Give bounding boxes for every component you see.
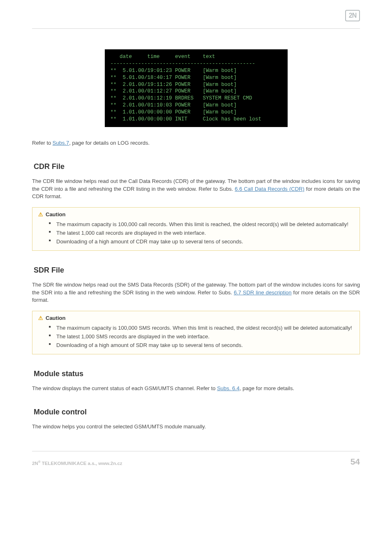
list-item: The maximum capacity is 100,000 SMS reco… (56, 324, 354, 333)
sdr-para-link[interactable]: 6.7 SDR line description (234, 289, 292, 296)
heading-module-status: Module status (34, 368, 360, 379)
footer-page-number: 54 (350, 456, 360, 468)
heading-module-control: Module control (34, 407, 360, 417)
sdr-caution-box: ⚠Caution The maximum capacity is 100,000… (32, 311, 360, 354)
cdr-para-link[interactable]: 6.6 Call Data Records (CDR) (235, 186, 304, 192)
module-status-pre: The window displays the current status o… (32, 385, 217, 391)
sdr-caution-list: The maximum capacity is 100,000 SMS reco… (38, 324, 354, 350)
cdr-paragraph: The CDR file window helps read out the C… (32, 178, 360, 201)
log-terminal-output: date time event text -------------------… (105, 49, 288, 127)
cdr-caution-title-row: ⚠Caution (38, 211, 354, 219)
footer-company: 2N® TELEKOMUNIKACE a.s., www.2n.cz (32, 460, 122, 467)
list-item: The latest 1,000 SMS records are display… (56, 333, 354, 341)
brand-logo-text: 2N (349, 11, 356, 20)
module-control-paragraph: The window helps you control the selecte… (32, 423, 360, 431)
module-status-paragraph: The window displays the current status o… (32, 385, 360, 393)
brand-logo: 2N (345, 10, 360, 21)
intro-paragraph: Refer to Subs.7, page for details on LOG… (32, 139, 360, 147)
sdr-caution-title-row: ⚠Caution (38, 314, 354, 322)
footer-company-post: TELEKOMUNIKACE a.s., www.2n.cz (41, 460, 122, 465)
sdr-paragraph: The SDR file window helps read out the S… (32, 281, 360, 305)
warning-icon: ⚠ (38, 315, 43, 321)
heading-sdr-file: SDR File (34, 265, 360, 275)
cdr-caution-list: The maximum capacity is 100,000 call rec… (38, 220, 354, 246)
warning-icon: ⚠ (38, 211, 43, 217)
list-item: Downloading of a high amount of CDR may … (56, 238, 354, 246)
module-status-post: , page for more details. (240, 385, 294, 391)
footer-company-pre: 2N (32, 460, 38, 465)
module-status-link[interactable]: Subs. 6.4 (217, 385, 240, 391)
intro-pre: Refer to (32, 140, 53, 146)
cdr-caution-box: ⚠Caution The maximum capacity is 100,000… (32, 207, 360, 250)
page-header: 2N (32, 12, 360, 29)
sdr-caution-title: Caution (46, 315, 65, 321)
heading-cdr-file: CDR File (34, 161, 360, 172)
cdr-caution-title: Caution (46, 211, 65, 217)
intro-post: , page for details on LOG records. (69, 140, 150, 146)
page-footer: 2N® TELEKOMUNIKACE a.s., www.2n.cz 54 (32, 451, 360, 468)
list-item: Downloading of a high amount of SDR may … (56, 341, 354, 350)
list-item: The maximum capacity is 100,000 call rec… (56, 220, 354, 229)
list-item: The latest 1,000 call records are displa… (56, 229, 354, 238)
intro-link[interactable]: Subs.7 (53, 140, 69, 146)
